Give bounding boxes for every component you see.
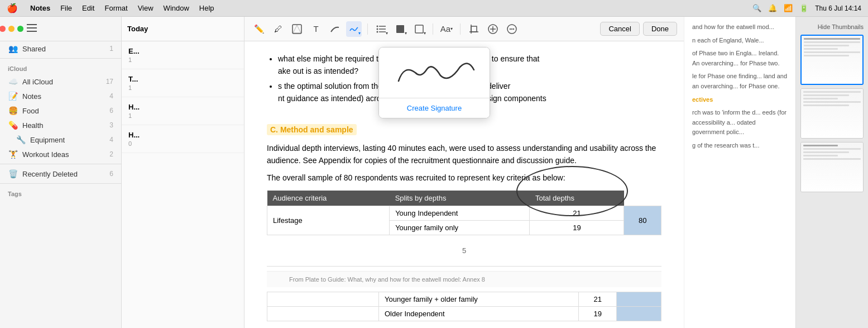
right-text-1: and how for the eatwell mod... xyxy=(692,22,788,32)
note-list-item-1[interactable]: E... 1 xyxy=(122,41,244,69)
shape-tool-btn[interactable] xyxy=(289,21,305,37)
table-cell-lifestage: Lifestage xyxy=(267,206,390,235)
note-list-item-2[interactable]: T... 1 xyxy=(122,69,244,97)
note-meta-4: 0 xyxy=(128,140,237,147)
svg-rect-13 xyxy=(471,26,477,32)
crop-tool-btn[interactable] xyxy=(466,21,482,37)
menu-help[interactable]: Help xyxy=(199,4,214,12)
note-title-1: E... xyxy=(128,47,237,55)
shared-count: 1 xyxy=(109,45,113,53)
note-footer: From Plate to Guide: What, why and how f… xyxy=(267,271,661,287)
svg-point-8 xyxy=(377,25,378,27)
sidebar-item-equipment[interactable]: 🔧 Equipment 4 xyxy=(0,132,121,147)
menu-file[interactable]: File xyxy=(60,4,72,12)
note-list: Today E... 1 T... 1 H... 1 H... 0 xyxy=(122,17,244,328)
sidebar-item-all-icloud[interactable]: ☁️ All iCloud 17 xyxy=(0,74,121,89)
cancel-button[interactable]: Cancel xyxy=(600,22,639,36)
svg-point-21 xyxy=(511,28,512,29)
add-tool-btn[interactable] xyxy=(485,21,501,37)
right-text-6: rch was to 'inform the d... eeds (for ac… xyxy=(692,108,788,137)
font-tool-btn[interactable]: Aa▾ xyxy=(439,21,454,37)
food-label: Food xyxy=(22,107,105,115)
note-main: ✏️ 🖊 T ▾ ▾ ▾ ▾ xyxy=(244,17,684,328)
svg-rect-2 xyxy=(27,31,37,32)
sidebar-item-food[interactable]: 🍔 Food 6 xyxy=(0,103,121,118)
signature-canvas[interactable] xyxy=(379,47,490,98)
table-cell-21: 21 xyxy=(530,206,624,221)
section-heading: C. Method and sample xyxy=(267,124,357,135)
toolbar-separator-2 xyxy=(433,23,433,35)
list-tool-btn[interactable]: ▾ xyxy=(373,21,389,37)
all-icloud-label: All iCloud xyxy=(22,78,102,86)
menu-window[interactable]: Window xyxy=(164,4,189,12)
note-title-4: H... xyxy=(128,131,237,139)
apple-menu[interactable]: 🍎 xyxy=(7,3,18,13)
thumbnail-1[interactable] xyxy=(800,35,864,85)
table2-row-1: Younger family + older family 21 xyxy=(267,292,661,307)
thumbnail-2[interactable] xyxy=(800,88,864,139)
done-button[interactable]: Done xyxy=(643,22,677,36)
equipment-count: 4 xyxy=(109,136,113,144)
note-list-item-3[interactable]: H... 1 xyxy=(122,97,244,125)
sidebar-item-workout[interactable]: 🏋 Workout Ideas 2 xyxy=(0,147,121,161)
sidebar-item-notes[interactable]: 📝 Notes 4 xyxy=(0,89,121,103)
window-controls xyxy=(6,23,17,35)
thumbnail-panel: Hide Thumbnails xyxy=(795,17,868,328)
icloud-section-label: iCloud xyxy=(0,61,121,74)
frame-tool-btn[interactable]: ▾ xyxy=(411,21,427,37)
menubar: 🍎 Notes File Edit Format View Window Hel… xyxy=(0,0,868,17)
create-signature-button[interactable]: Create Signature xyxy=(379,98,490,118)
menu-notes[interactable]: Notes xyxy=(30,4,50,12)
square-tool-btn[interactable]: ▾ xyxy=(392,21,408,37)
paragraph-2: The overall sample of 80 respondents was… xyxy=(267,172,661,184)
signature-popup: Create Signature xyxy=(378,47,490,118)
menu-edit[interactable]: Edit xyxy=(82,4,94,12)
draw-tool-btn[interactable] xyxy=(327,21,343,37)
right-text-4: le for Phase one finding... land and an … xyxy=(692,72,788,91)
table-cell-younger-family: Younger family only xyxy=(390,221,530,235)
all-icloud-icon: ☁️ xyxy=(8,77,18,86)
minimize-button[interactable] xyxy=(8,26,15,32)
health-icon: 💊 xyxy=(8,121,18,130)
menubar-right: 🔍 🔔 📶 🔋 Thu 6 Jul 14:14 xyxy=(752,4,861,12)
sidebar-item-health[interactable]: 💊 Health 3 xyxy=(0,118,121,132)
all-icloud-count: 17 xyxy=(106,78,113,85)
sidebar-toolbar xyxy=(0,17,121,41)
thumbnail-3[interactable] xyxy=(800,142,864,192)
search-icon[interactable]: 🔍 xyxy=(752,4,761,12)
text-tool-btn[interactable]: T xyxy=(308,21,324,37)
notification-icon[interactable]: 🔔 xyxy=(768,4,777,12)
signature-tool-btn[interactable]: ▾ xyxy=(346,21,362,37)
app-container: 👥 Shared 1 iCloud ☁️ All iCloud 17 📝 Not… xyxy=(0,17,868,328)
hide-thumbnails-button[interactable]: Hide Thumbnails xyxy=(800,21,864,35)
close-button[interactable] xyxy=(0,26,6,32)
menu-format[interactable]: Format xyxy=(104,4,127,12)
right-text-2: n each of England, Wale... xyxy=(692,36,788,46)
divider-1 xyxy=(0,58,121,59)
sidebar-toggle[interactable] xyxy=(27,24,37,34)
table-row-1: Lifestage Young Independent 21 80 xyxy=(267,206,661,221)
workout-count: 2 xyxy=(109,150,113,158)
notes-folder-icon: 📝 xyxy=(8,92,18,101)
sidebar-item-recently-deleted[interactable]: 🗑️ Recently Deleted 6 xyxy=(0,167,121,181)
note-list-item-4[interactable]: H... 0 xyxy=(122,125,244,153)
food-icon: 🍔 xyxy=(8,106,18,115)
maximize-button[interactable] xyxy=(17,26,23,32)
wifi-icon: 📶 xyxy=(784,4,793,12)
health-count: 3 xyxy=(109,121,113,129)
highlight-tool-btn[interactable]: 🖊 xyxy=(270,21,286,37)
pen-tool-btn[interactable]: ✏️ xyxy=(251,21,267,37)
note-meta-3: 1 xyxy=(128,112,237,119)
note-title-3: H... xyxy=(128,103,237,111)
sidebar-item-shared[interactable]: 👥 Shared 1 xyxy=(0,41,121,56)
svg-point-20 xyxy=(510,28,511,29)
svg-rect-0 xyxy=(27,24,37,25)
table2-cell-total-empty2 xyxy=(617,307,661,321)
svg-rect-11 xyxy=(396,25,404,33)
table2-cell-criteria-empty xyxy=(267,292,379,307)
more-tool-btn[interactable] xyxy=(504,21,520,37)
trash-icon: 🗑️ xyxy=(8,169,18,178)
menu-view[interactable]: View xyxy=(138,4,154,12)
workout-icon: 🏋 xyxy=(8,150,18,159)
sidebar: 👥 Shared 1 iCloud ☁️ All iCloud 17 📝 Not… xyxy=(0,17,122,328)
